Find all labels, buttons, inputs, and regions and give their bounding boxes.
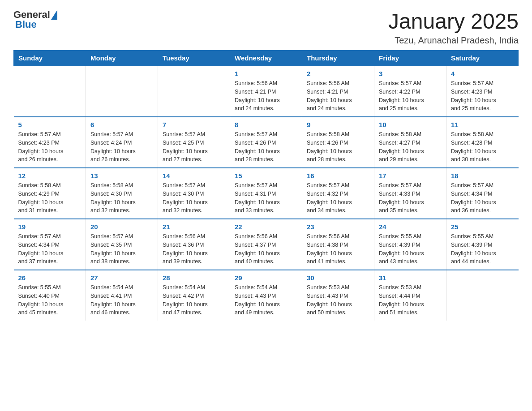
day-number-15: 15	[235, 172, 297, 180]
calendar-cell-w3-d4: 15Sunrise: 5:57 AMSunset: 4:31 PMDayligh…	[230, 168, 302, 219]
calendar-cell-w2-d2: 6Sunrise: 5:57 AMSunset: 4:24 PMDaylight…	[86, 117, 158, 168]
day-info-4: Sunrise: 5:57 AMSunset: 4:23 PMDaylight:…	[451, 79, 514, 113]
calendar-cell-w2-d1: 5Sunrise: 5:57 AMSunset: 4:23 PMDaylight…	[14, 117, 86, 168]
day-number-1: 1	[235, 70, 297, 77]
day-info-12: Sunrise: 5:58 AMSunset: 4:29 PMDaylight:…	[18, 181, 82, 215]
col-saturday: Saturday	[446, 51, 519, 66]
day-info-27: Sunrise: 5:54 AMSunset: 4:41 PMDaylight:…	[90, 283, 153, 317]
day-info-23: Sunrise: 5:56 AMSunset: 4:38 PMDaylight:…	[307, 232, 369, 266]
logo: General Blue	[13, 9, 57, 30]
calendar-cell-w2-d4: 8Sunrise: 5:57 AMSunset: 4:26 PMDaylight…	[230, 117, 302, 168]
day-number-17: 17	[379, 172, 442, 180]
calendar-header-row: Sunday Monday Tuesday Wednesday Thursday…	[14, 51, 519, 66]
day-info-20: Sunrise: 5:57 AMSunset: 4:35 PMDaylight:…	[90, 232, 153, 266]
calendar-cell-w5-d7	[446, 270, 519, 321]
day-info-18: Sunrise: 5:57 AMSunset: 4:34 PMDaylight:…	[451, 181, 514, 215]
day-number-25: 25	[451, 223, 514, 231]
day-info-21: Sunrise: 5:56 AMSunset: 4:36 PMDaylight:…	[163, 232, 225, 266]
day-number-6: 6	[90, 121, 153, 128]
calendar-subtitle: Tezu, Arunachal Pradesh, India	[388, 35, 519, 46]
calendar-cell-w2-d7: 11Sunrise: 5:58 AMSunset: 4:28 PMDayligh…	[446, 117, 519, 168]
calendar-cell-w1-d3	[158, 66, 230, 117]
calendar-cell-w5-d2: 27Sunrise: 5:54 AMSunset: 4:41 PMDayligh…	[86, 270, 158, 321]
calendar-table: Sunday Monday Tuesday Wednesday Thursday…	[13, 50, 519, 321]
calendar-cell-w3-d6: 17Sunrise: 5:57 AMSunset: 4:33 PMDayligh…	[374, 168, 446, 219]
day-number-18: 18	[451, 172, 514, 180]
page-header: General Blue January 2025 Tezu, Arunacha…	[13, 9, 519, 46]
col-wednesday: Wednesday	[230, 51, 302, 66]
day-info-25: Sunrise: 5:55 AMSunset: 4:39 PMDaylight:…	[451, 232, 514, 266]
calendar-cell-w4-d4: 22Sunrise: 5:56 AMSunset: 4:37 PMDayligh…	[230, 219, 302, 270]
day-number-28: 28	[163, 274, 225, 282]
day-info-15: Sunrise: 5:57 AMSunset: 4:31 PMDaylight:…	[235, 181, 297, 215]
logo-triangle-icon	[51, 10, 57, 20]
calendar-cell-w4-d2: 20Sunrise: 5:57 AMSunset: 4:35 PMDayligh…	[86, 219, 158, 270]
day-number-3: 3	[379, 70, 442, 77]
day-info-10: Sunrise: 5:58 AMSunset: 4:27 PMDaylight:…	[379, 130, 442, 164]
day-info-9: Sunrise: 5:58 AMSunset: 4:26 PMDaylight:…	[307, 130, 369, 164]
calendar-cell-w5-d6: 31Sunrise: 5:53 AMSunset: 4:44 PMDayligh…	[374, 270, 446, 321]
calendar-cell-w4-d5: 23Sunrise: 5:56 AMSunset: 4:38 PMDayligh…	[302, 219, 374, 270]
calendar-cell-w4-d3: 21Sunrise: 5:56 AMSunset: 4:36 PMDayligh…	[158, 219, 230, 270]
day-info-5: Sunrise: 5:57 AMSunset: 4:23 PMDaylight:…	[18, 130, 82, 164]
calendar-cell-w3-d1: 12Sunrise: 5:58 AMSunset: 4:29 PMDayligh…	[14, 168, 86, 219]
day-info-13: Sunrise: 5:58 AMSunset: 4:30 PMDaylight:…	[90, 181, 153, 215]
day-info-30: Sunrise: 5:53 AMSunset: 4:43 PMDaylight:…	[307, 283, 369, 317]
day-info-6: Sunrise: 5:57 AMSunset: 4:24 PMDaylight:…	[90, 130, 153, 164]
day-number-13: 13	[90, 172, 153, 180]
day-info-11: Sunrise: 5:58 AMSunset: 4:28 PMDaylight:…	[451, 130, 514, 164]
day-number-22: 22	[235, 223, 297, 231]
day-info-3: Sunrise: 5:57 AMSunset: 4:22 PMDaylight:…	[379, 79, 442, 113]
day-info-26: Sunrise: 5:55 AMSunset: 4:40 PMDaylight:…	[18, 283, 82, 317]
calendar-cell-w2-d5: 9Sunrise: 5:58 AMSunset: 4:26 PMDaylight…	[302, 117, 374, 168]
day-number-12: 12	[18, 172, 82, 180]
calendar-cell-w2-d6: 10Sunrise: 5:58 AMSunset: 4:27 PMDayligh…	[374, 117, 446, 168]
calendar-cell-w5-d5: 30Sunrise: 5:53 AMSunset: 4:43 PMDayligh…	[302, 270, 374, 321]
calendar-cell-w4-d1: 19Sunrise: 5:57 AMSunset: 4:34 PMDayligh…	[14, 219, 86, 270]
calendar-cell-w3-d5: 16Sunrise: 5:57 AMSunset: 4:32 PMDayligh…	[302, 168, 374, 219]
week-row-4: 19Sunrise: 5:57 AMSunset: 4:34 PMDayligh…	[14, 219, 519, 270]
day-number-23: 23	[307, 223, 369, 231]
day-info-14: Sunrise: 5:57 AMSunset: 4:30 PMDaylight:…	[163, 181, 225, 215]
day-info-31: Sunrise: 5:53 AMSunset: 4:44 PMDaylight:…	[379, 283, 442, 317]
logo-text-blue: Blue	[15, 19, 37, 30]
calendar-cell-w4-d6: 24Sunrise: 5:55 AMSunset: 4:39 PMDayligh…	[374, 219, 446, 270]
calendar-cell-w2-d3: 7Sunrise: 5:57 AMSunset: 4:25 PMDaylight…	[158, 117, 230, 168]
day-number-19: 19	[18, 223, 82, 231]
day-info-17: Sunrise: 5:57 AMSunset: 4:33 PMDaylight:…	[379, 181, 442, 215]
day-info-2: Sunrise: 5:56 AMSunset: 4:21 PMDaylight:…	[307, 79, 369, 113]
week-row-5: 26Sunrise: 5:55 AMSunset: 4:40 PMDayligh…	[14, 270, 519, 321]
title-block: January 2025 Tezu, Arunachal Pradesh, In…	[388, 9, 519, 46]
col-friday: Friday	[374, 51, 446, 66]
col-monday: Monday	[86, 51, 158, 66]
day-info-7: Sunrise: 5:57 AMSunset: 4:25 PMDaylight:…	[163, 130, 225, 164]
col-sunday: Sunday	[14, 51, 86, 66]
day-number-14: 14	[163, 172, 225, 180]
day-number-26: 26	[18, 274, 82, 282]
day-info-19: Sunrise: 5:57 AMSunset: 4:34 PMDaylight:…	[18, 232, 82, 266]
day-info-16: Sunrise: 5:57 AMSunset: 4:32 PMDaylight:…	[307, 181, 369, 215]
calendar-cell-w1-d4: 1Sunrise: 5:56 AMSunset: 4:21 PMDaylight…	[230, 66, 302, 117]
day-number-9: 9	[307, 121, 369, 128]
day-number-27: 27	[90, 274, 153, 282]
calendar-cell-w1-d7: 4Sunrise: 5:57 AMSunset: 4:23 PMDaylight…	[446, 66, 519, 117]
day-info-22: Sunrise: 5:56 AMSunset: 4:37 PMDaylight:…	[235, 232, 297, 266]
day-info-28: Sunrise: 5:54 AMSunset: 4:42 PMDaylight:…	[163, 283, 225, 317]
calendar-cell-w3-d7: 18Sunrise: 5:57 AMSunset: 4:34 PMDayligh…	[446, 168, 519, 219]
calendar-title: January 2025	[388, 9, 519, 34]
day-number-20: 20	[90, 223, 153, 231]
day-info-24: Sunrise: 5:55 AMSunset: 4:39 PMDaylight:…	[379, 232, 442, 266]
calendar-cell-w5-d3: 28Sunrise: 5:54 AMSunset: 4:42 PMDayligh…	[158, 270, 230, 321]
calendar-cell-w1-d6: 3Sunrise: 5:57 AMSunset: 4:22 PMDaylight…	[374, 66, 446, 117]
day-info-29: Sunrise: 5:54 AMSunset: 4:43 PMDaylight:…	[235, 283, 297, 317]
calendar-cell-w5-d4: 29Sunrise: 5:54 AMSunset: 4:43 PMDayligh…	[230, 270, 302, 321]
day-number-10: 10	[379, 121, 442, 128]
calendar-cell-w3-d3: 14Sunrise: 5:57 AMSunset: 4:30 PMDayligh…	[158, 168, 230, 219]
calendar-cell-w1-d1	[14, 66, 86, 117]
calendar-cell-w1-d2	[86, 66, 158, 117]
calendar-cell-w1-d5: 2Sunrise: 5:56 AMSunset: 4:21 PMDaylight…	[302, 66, 374, 117]
day-info-1: Sunrise: 5:56 AMSunset: 4:21 PMDaylight:…	[235, 79, 297, 113]
col-tuesday: Tuesday	[158, 51, 230, 66]
week-row-1: 1Sunrise: 5:56 AMSunset: 4:21 PMDaylight…	[14, 66, 519, 117]
day-number-30: 30	[307, 274, 369, 282]
